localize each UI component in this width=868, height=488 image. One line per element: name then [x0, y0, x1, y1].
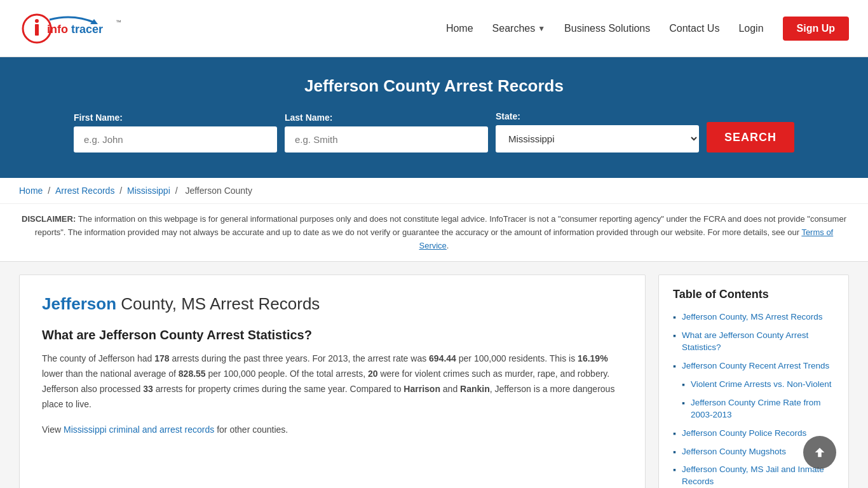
toc-item: Jefferson County Recent Arrest Trends [673, 360, 834, 372]
svg-point-1 [35, 19, 39, 23]
toc-link[interactable]: Jefferson County Mugshots [682, 447, 786, 456]
toc-item: Jefferson County Crime Rate from 2003-20… [673, 397, 834, 421]
arrests-count: 178 [154, 353, 169, 363]
article-title-highlight: Jefferson [42, 294, 116, 313]
back-to-top-button[interactable] [803, 436, 836, 469]
nav-home[interactable]: Home [446, 23, 473, 34]
logo[interactable]: info tracer ™ [19, 10, 127, 47]
lower-percent: 16.19% [578, 353, 607, 363]
toc-item: Jefferson County, MS Jail and Inmate Rec… [673, 464, 834, 488]
violent-count: 20 [368, 369, 378, 379]
toc-item: Jefferson County, MS Arrest Records [673, 311, 834, 323]
toc-item: Jefferson County Police Records [673, 428, 834, 440]
site-header: info tracer ™ Home Searches ▼ Business S… [0, 0, 868, 57]
main-nav: Home Searches ▼ Business Solutions Conta… [446, 17, 849, 41]
last-name-input[interactable] [285, 126, 488, 152]
nav-contact-us[interactable]: Contact Us [669, 23, 719, 34]
svg-text:™: ™ [116, 19, 121, 25]
search-form: First Name: Last Name: State: Mississipp… [25, 111, 843, 152]
toc-link[interactable]: Jefferson County, MS Arrest Records [682, 312, 823, 322]
toc-item: What are Jefferson County Arrest Statist… [673, 330, 834, 354]
article-title-rest: County, MS Arrest Records [116, 294, 320, 313]
state-select[interactable]: Mississippi Alabama Alaska Arizona Arkan… [496, 125, 699, 152]
toc-link[interactable]: Jefferson County Crime Rate from 2003-20… [691, 398, 821, 419]
state-label: State: [496, 111, 520, 121]
disclaimer-label: DISCLAIMER: [22, 214, 76, 224]
toc-link[interactable]: Jefferson County Recent Arrest Trends [682, 361, 829, 370]
toc-item: Violent Crime Arrests vs. Non-Violent [673, 379, 834, 391]
toc-link[interactable]: Violent Crime Arrests vs. Non-Violent [691, 379, 832, 389]
search-button[interactable]: SEARCH [707, 122, 794, 152]
statistics-heading: What are Jefferson County Arrest Statist… [42, 328, 623, 342]
content-wrapper: Jefferson County, MS Arrest Records What… [0, 262, 868, 488]
property-count: 33 [143, 384, 153, 394]
state-group: State: Mississippi Alabama Alaska Arizon… [496, 111, 699, 152]
breadcrumb-arrest-records[interactable]: Arrest Records [55, 186, 114, 196]
breadcrumb: Home / Arrest Records / Mississippi / Je… [0, 178, 868, 204]
county1: Harrison [403, 384, 440, 394]
nav-signup[interactable]: Sign Up [783, 17, 849, 41]
first-name-group: First Name: [74, 112, 277, 152]
nav-searches[interactable]: Searches ▼ [492, 23, 545, 34]
chevron-down-icon: ▼ [538, 24, 545, 33]
records-link-paragraph: View Mississippi criminal and arrest rec… [42, 423, 623, 438]
page-title: Jefferson County Arrest Records [25, 76, 843, 96]
ms-records-link[interactable]: Mississippi criminal and arrest records [64, 424, 214, 435]
statistics-paragraph: The county of Jefferson had 178 arrests … [42, 351, 623, 412]
breadcrumb-mississippi[interactable]: Mississippi [127, 186, 170, 196]
last-name-label: Last Name: [285, 112, 332, 123]
disclaimer-section: DISCLAIMER: The information on this webp… [0, 204, 868, 262]
main-article: Jefferson County, MS Arrest Records What… [19, 274, 646, 488]
toc-link[interactable]: Jefferson County Police Records [682, 428, 806, 438]
nav-business-solutions[interactable]: Business Solutions [564, 23, 650, 34]
svg-text:info: info [47, 23, 68, 36]
breadcrumb-jefferson-county: Jefferson County [185, 186, 252, 196]
disclaimer-text: The information on this webpage is for g… [35, 214, 846, 237]
hero-section: Jefferson County Arrest Records First Na… [0, 57, 868, 178]
svg-rect-2 [35, 24, 39, 36]
last-name-group: Last Name: [285, 112, 488, 152]
article-title: Jefferson County, MS Arrest Records [42, 294, 623, 314]
toc-title: Table of Contents [673, 288, 834, 301]
first-name-label: First Name: [74, 112, 123, 123]
toc-link[interactable]: Jefferson County, MS Jail and Inmate Rec… [682, 464, 824, 486]
county2: Rankin [460, 384, 490, 394]
breadcrumb-home[interactable]: Home [19, 186, 43, 196]
svg-text:tracer: tracer [71, 23, 103, 36]
nav-login[interactable]: Login [738, 23, 763, 34]
first-name-input[interactable] [74, 126, 277, 152]
arrest-rate: 694.44 [429, 353, 456, 363]
toc-link[interactable]: What are Jefferson County Arrest Statist… [682, 330, 808, 352]
national-average: 828.55 [179, 369, 206, 379]
